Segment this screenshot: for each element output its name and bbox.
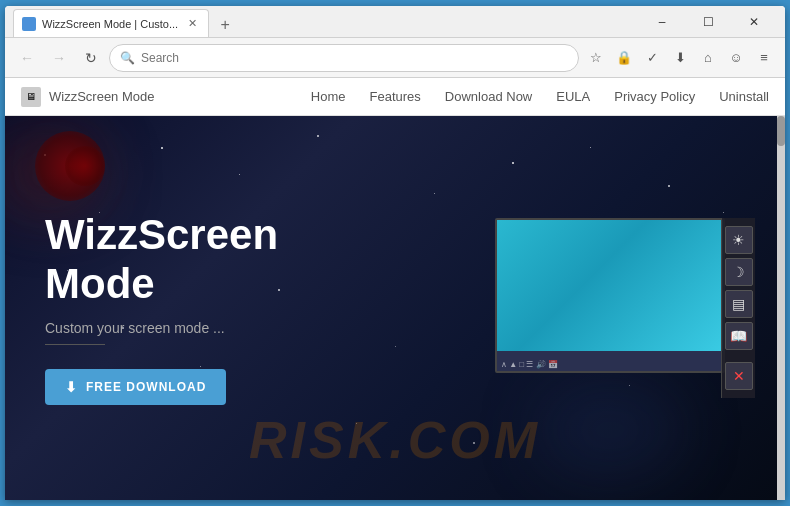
deco-circle-2 <box>65 146 105 186</box>
screen-preview: ∧ ▲ □ ☰ 🔊 📅 <box>495 218 725 373</box>
browser-window: WizzScreen Mode | Custo... ✕ + – ☐ ✕ ← →… <box>5 6 785 500</box>
tab-area: WizzScreen Mode | Custo... ✕ + <box>13 6 237 37</box>
minimize-button[interactable]: – <box>639 6 685 38</box>
browser-icons: ☆ 🔒 ✓ ⬇ ⌂ ☺ ≡ <box>583 45 777 71</box>
hero-subtitle: Custom your screen mode ... <box>45 320 455 336</box>
back-button[interactable]: ← <box>13 44 41 72</box>
nav-home[interactable]: Home <box>311 89 346 104</box>
bookmark-icon[interactable]: ☆ <box>583 45 609 71</box>
tab-favicon <box>22 17 36 31</box>
window-controls: – ☐ ✕ <box>639 6 777 38</box>
profile-icon[interactable]: ☺ <box>723 45 749 71</box>
download-btn-label: FREE DOWNLOAD <box>86 380 206 394</box>
close-button[interactable]: ✕ <box>731 6 777 38</box>
taskbar-icons: ∧ ▲ □ ☰ 🔊 📅 <box>501 360 558 369</box>
navigation-bar: ← → ↻ 🔍 ☆ 🔒 ✓ ⬇ ⌂ ☺ ≡ <box>5 38 785 78</box>
wallet-icon[interactable]: 🔒 <box>611 45 637 71</box>
active-tab[interactable]: WizzScreen Mode | Custo... ✕ <box>13 9 209 37</box>
side-panel: ☀ ☽ ▤ 📖 ✕ <box>721 218 755 398</box>
download-btn-icon: ⬇ <box>65 379 78 395</box>
book-mode-icon[interactable]: 📖 <box>725 322 753 350</box>
sun-mode-icon[interactable]: ☀ <box>725 226 753 254</box>
address-input[interactable] <box>141 51 568 65</box>
address-bar[interactable]: 🔍 <box>109 44 579 72</box>
maximize-button[interactable]: ☐ <box>685 6 731 38</box>
home-icon[interactable]: ⌂ <box>695 45 721 71</box>
hero-section: RISK.COM WizzScreen Mode Custom your scr… <box>5 116 785 500</box>
download-icon[interactable]: ⬇ <box>667 45 693 71</box>
menu-icon[interactable]: ≡ <box>751 45 777 71</box>
free-download-button[interactable]: ⬇ FREE DOWNLOAD <box>45 369 226 405</box>
taskbar-tray: ∧ ▲ □ ☰ 🔊 📅 <box>501 360 558 369</box>
site-logo: 🖥 WizzScreen Mode <box>21 87 154 107</box>
nav-uninstall[interactable]: Uninstall <box>719 89 769 104</box>
reload-button[interactable]: ↻ <box>77 44 105 72</box>
forward-button[interactable]: → <box>45 44 73 72</box>
close-panel-icon[interactable]: ✕ <box>725 362 753 390</box>
tab-close-button[interactable]: ✕ <box>184 16 200 32</box>
title-bar: WizzScreen Mode | Custo... ✕ + – ☐ ✕ <box>5 6 785 38</box>
hero-left-content: WizzScreen Mode Custom your screen mode … <box>5 181 495 435</box>
hero-title: WizzScreen Mode <box>45 211 455 308</box>
shield-icon[interactable]: ✓ <box>639 45 665 71</box>
logo-icon: 🖥 <box>21 87 41 107</box>
nav-features[interactable]: Features <box>370 89 421 104</box>
new-tab-button[interactable]: + <box>213 13 237 37</box>
tab-title: WizzScreen Mode | Custo... <box>42 18 178 30</box>
moon-mode-icon[interactable]: ☽ <box>725 258 753 286</box>
search-icon: 🔍 <box>120 51 135 65</box>
main-content: RISK.COM WizzScreen Mode Custom your scr… <box>5 116 785 500</box>
hero-right-content: ∧ ▲ □ ☰ 🔊 📅 ☀ ☽ ▤ 📖 ✕ <box>495 198 785 418</box>
site-nav-links: Home Features Download Now EULA Privacy … <box>311 89 769 104</box>
screen-widget: ∧ ▲ □ ☰ 🔊 📅 ☀ ☽ ▤ 📖 ✕ <box>495 218 755 398</box>
site-navigation: 🖥 WizzScreen Mode Home Features Download… <box>5 78 785 116</box>
site-logo-text: WizzScreen Mode <box>49 89 154 104</box>
screen-mode-icon[interactable]: ▤ <box>725 290 753 318</box>
nav-download-now[interactable]: Download Now <box>445 89 532 104</box>
nav-privacy-policy[interactable]: Privacy Policy <box>614 89 695 104</box>
scrollbar-thumb[interactable] <box>777 116 785 146</box>
hero-title-line1: WizzScreen <box>45 211 278 258</box>
hero-title-line2: Mode <box>45 260 155 307</box>
hero-divider <box>45 344 105 345</box>
nav-eula[interactable]: EULA <box>556 89 590 104</box>
